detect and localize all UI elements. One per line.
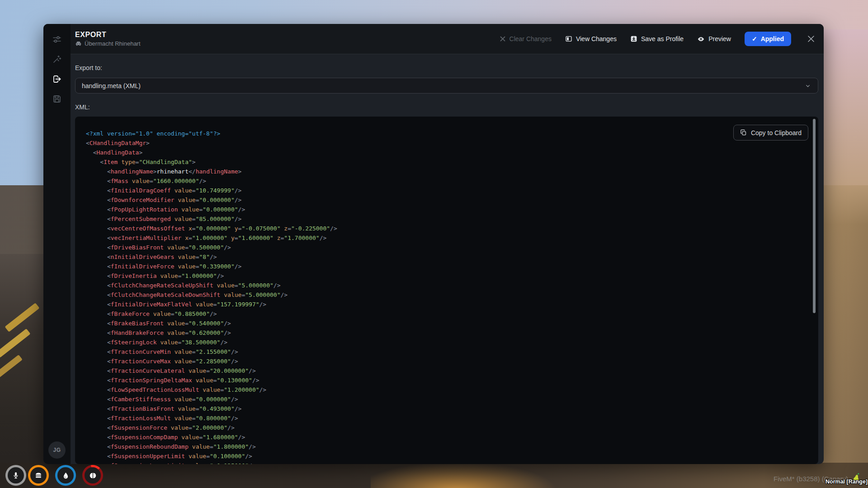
modal-sidebar: JG xyxy=(43,24,71,464)
x-icon xyxy=(500,36,506,42)
check-icon: ✓ xyxy=(752,35,757,42)
header-actions: Clear Changes View Changes xyxy=(500,32,816,46)
save-as-profile-button[interactable]: Save as Profile xyxy=(630,35,684,42)
vehicle-name: Übermacht Rhinehart xyxy=(85,40,141,47)
save-icon[interactable] xyxy=(52,94,62,104)
modal-header: EXPORT Übermacht Rhinehart xyxy=(71,24,824,54)
applied-button[interactable]: ✓ Applied xyxy=(745,32,791,46)
copy-icon xyxy=(740,129,747,136)
xml-code-block: <?xml version="1.0" encoding="utf-8"?><C… xyxy=(75,117,818,464)
chevron-down-icon xyxy=(804,82,811,89)
xml-code[interactable]: <?xml version="1.0" encoding="utf-8"?><C… xyxy=(75,117,818,464)
stress-status-circle xyxy=(82,465,103,486)
copy-to-clipboard-button[interactable]: Copy to Clipboard xyxy=(733,125,808,141)
export-modal: JG EXPORT Übermacht Rhinehart xyxy=(43,24,824,464)
code-scrollbar[interactable] xyxy=(813,119,816,313)
view-changes-button[interactable]: View Changes xyxy=(565,35,617,42)
range-label: Normal [Range] xyxy=(826,479,868,485)
modal-body: Export to: handling.meta (XML) XML: <?xm… xyxy=(71,54,824,464)
fivem-screen: { "modal": { "header": { "title": "EXPOR… xyxy=(0,0,868,488)
tuning-sliders-icon[interactable] xyxy=(52,34,62,45)
car-icon xyxy=(75,40,82,47)
water-drop-icon xyxy=(62,472,70,479)
thirst-status-circle xyxy=(55,465,76,486)
split-panel-icon xyxy=(565,35,572,42)
title-block: EXPORT Übermacht Rhinehart xyxy=(75,31,141,47)
hunger-status-circle xyxy=(28,465,49,486)
export-icon[interactable] xyxy=(52,74,62,84)
save-download-icon xyxy=(630,35,637,42)
status-hud xyxy=(5,465,114,486)
vehicle-subtitle: Übermacht Rhinehart xyxy=(75,40,141,47)
format-dropdown[interactable]: handling.meta (XML) xyxy=(75,78,818,94)
export-to-label: Export to: xyxy=(75,64,818,71)
clear-changes-button[interactable]: Clear Changes xyxy=(500,35,552,42)
format-dropdown-value: handling.meta (XML) xyxy=(82,82,141,89)
eye-icon xyxy=(697,35,705,43)
xml-label: XML: xyxy=(75,103,818,111)
dirt-patch xyxy=(371,461,561,488)
modal-content: EXPORT Übermacht Rhinehart xyxy=(71,24,824,464)
modal-title: EXPORT xyxy=(75,31,141,39)
avatar[interactable]: JG xyxy=(48,441,66,459)
close-icon[interactable] xyxy=(807,34,816,43)
voice-status-circle xyxy=(5,465,26,486)
magic-wand-icon[interactable] xyxy=(52,54,62,65)
burger-icon xyxy=(34,471,42,479)
preview-button[interactable]: Preview xyxy=(697,35,731,43)
microphone-icon xyxy=(12,471,20,479)
brain-icon xyxy=(89,472,97,479)
